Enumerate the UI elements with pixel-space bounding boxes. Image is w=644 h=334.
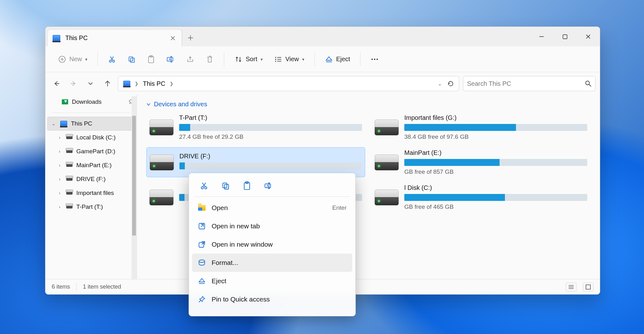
context-eject[interactable]: Eject [192, 272, 352, 290]
more-button[interactable] [366, 51, 383, 67]
delete-button[interactable] [201, 51, 218, 67]
eject-toolbar-button[interactable]: Eject [320, 51, 354, 67]
svg-rect-21 [225, 185, 229, 189]
sidebar-item-label: Important files [76, 190, 114, 196]
breadcrumb[interactable]: ❯ This PC ❯ ⌄ [118, 76, 459, 91]
drive-item[interactable]: l Disk (C:)GB free of 465 GB [372, 182, 590, 212]
separator [314, 52, 315, 66]
close-window-button[interactable] [577, 27, 600, 46]
context-item-label: Eject [212, 277, 226, 285]
cut-button[interactable] [103, 51, 120, 67]
drive-icon [150, 155, 174, 170]
context-rename-button[interactable]: A [262, 179, 275, 192]
details-view-button[interactable] [566, 283, 577, 291]
sort-icon [234, 55, 243, 63]
sidebar-item-drive[interactable]: ›T-Part (T:) [45, 200, 137, 214]
svg-point-12 [275, 61, 276, 62]
format-icon [198, 259, 206, 266]
copy-button[interactable] [123, 51, 140, 67]
nav-recent-button[interactable] [84, 77, 97, 90]
sidebar-item-drive[interactable]: ›MainPart (E:) [45, 158, 137, 172]
eject-label: Eject [336, 56, 350, 63]
refresh-icon[interactable] [448, 80, 454, 87]
sidebar-item-drive[interactable]: ›Important files [45, 186, 137, 200]
svg-point-15 [377, 58, 378, 60]
context-cut-button[interactable] [198, 179, 210, 192]
minimize-icon [539, 34, 544, 39]
tab-title: This PC [65, 34, 88, 42]
chevron-right-icon[interactable]: › [57, 204, 62, 209]
nav-up-button[interactable] [101, 77, 114, 90]
svg-point-14 [374, 58, 375, 60]
svg-rect-20 [223, 183, 227, 188]
delete-icon [206, 55, 214, 63]
drive-name: l Disk (C:) [404, 184, 587, 191]
chevron-right-icon[interactable]: › [57, 190, 62, 196]
svg-point-18 [201, 187, 203, 189]
rename-button[interactable]: A [162, 51, 179, 67]
chevron-right-icon[interactable]: › [57, 149, 62, 154]
context-copy-button[interactable] [219, 179, 232, 192]
tab-strip: This PC [45, 27, 198, 46]
svg-point-10 [275, 57, 276, 58]
context-open-new-window[interactable]: Open in new window [192, 235, 352, 254]
sidebar-item-drive[interactable]: ›GamePart (D:) [45, 144, 137, 158]
new-icon [58, 55, 66, 63]
large-icons-view-button[interactable] [583, 283, 594, 291]
drive-item[interactable]: T-Part (T:)27.4 GB free of 29.2 GB [146, 112, 365, 142]
scrollbar-thumb[interactable] [132, 116, 136, 236]
context-pin-quick-access[interactable]: Pin to Quick access [192, 290, 352, 308]
section-header[interactable]: Devices and drives [146, 101, 590, 108]
list-icon [568, 285, 574, 289]
svg-point-11 [275, 59, 276, 60]
window-controls [530, 27, 600, 46]
breadcrumb-location: This PC [143, 80, 165, 87]
minimize-button[interactable] [530, 27, 553, 46]
chevron-down-icon[interactable]: ⌄ [51, 121, 56, 126]
sidebar-item-drive[interactable]: ›DRIVE (F:) [45, 172, 137, 186]
sidebar-item-downloads[interactable]: Downloads [45, 95, 137, 109]
separator [52, 113, 130, 113]
sort-button[interactable]: Sort ▾ [230, 51, 267, 67]
this-pc-icon [60, 121, 67, 126]
new-button[interactable]: New ▾ [54, 51, 92, 67]
search-icon [585, 80, 591, 87]
maximize-icon [563, 34, 567, 39]
usage-bar [404, 194, 587, 201]
context-open-new-tab[interactable]: Open in new tab [192, 217, 352, 235]
chevron-right-icon[interactable]: › [57, 163, 62, 168]
chevron-down-icon[interactable]: ⌄ [438, 81, 442, 87]
rename-icon: A [264, 182, 273, 190]
paste-button[interactable] [143, 51, 160, 67]
search-input[interactable] [467, 80, 582, 87]
open-new-tab-icon [198, 223, 206, 230]
svg-point-19 [205, 187, 207, 189]
drive-item[interactable]: Important files (G:)38.4 GB free of 97.6… [372, 112, 590, 142]
view-button[interactable]: View ▾ [270, 51, 309, 67]
nav-back-button[interactable] [50, 77, 63, 90]
search-box[interactable] [463, 76, 595, 91]
separator [97, 52, 98, 66]
share-button[interactable] [182, 51, 199, 67]
context-item-label: Open in new tab [212, 222, 260, 230]
context-open[interactable]: Open Enter [192, 199, 352, 217]
chevron-right-icon[interactable]: › [57, 177, 62, 182]
drive-item[interactable]: MainPart (E:)GB free of 857 GB [372, 147, 590, 177]
tab-this-pc[interactable]: This PC [47, 29, 182, 46]
tab-close-button[interactable] [170, 36, 175, 41]
drive-icon [66, 191, 73, 195]
sidebar-item-drive[interactable]: ›Local Disk (C:) [45, 131, 137, 144]
copy-icon [221, 182, 230, 190]
chevron-right-icon[interactable]: › [57, 135, 62, 140]
chevron-down-icon: ▾ [85, 57, 87, 62]
separator [194, 196, 350, 197]
maximize-button[interactable] [553, 27, 577, 46]
new-tab-button[interactable] [182, 29, 198, 46]
nav-forward-button[interactable] [67, 77, 80, 90]
context-paste-button[interactable] [241, 179, 253, 192]
svg-point-16 [586, 81, 589, 85]
svg-rect-17 [586, 285, 590, 289]
scrollbar[interactable] [132, 96, 137, 279]
context-format[interactable]: Format... [192, 254, 352, 272]
sidebar-item-this-pc[interactable]: ⌄ This PC [47, 117, 135, 131]
